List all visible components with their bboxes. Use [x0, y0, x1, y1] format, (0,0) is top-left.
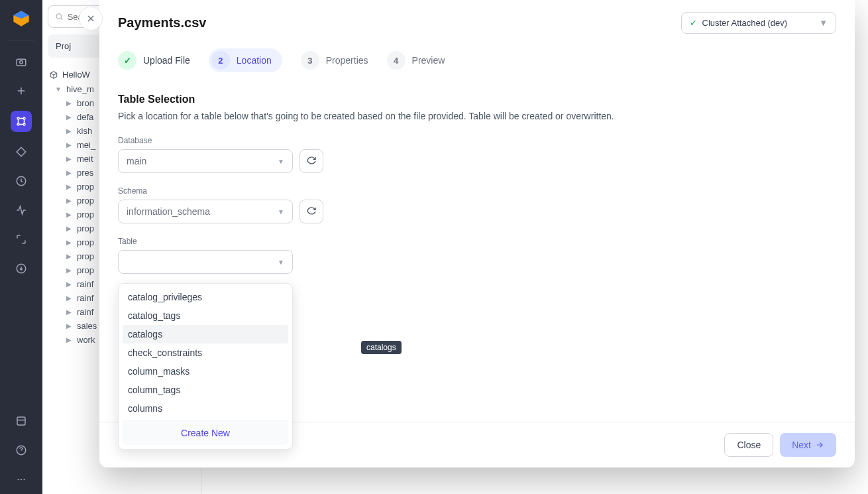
chevron-right-icon: ▶ — [65, 183, 73, 190]
table-select[interactable]: ▼ — [118, 250, 293, 274]
table-label: Table — [118, 237, 836, 246]
download-icon[interactable] — [12, 259, 30, 278]
upload-modal: Payments.csv ✓ Cluster Attached (dev) ▼ … — [99, 0, 855, 467]
chevron-right-icon: ▶ — [65, 280, 73, 288]
chevron-down-icon: ▼ — [819, 18, 828, 28]
close-button[interactable]: Close — [724, 433, 773, 457]
chevron-down-icon: ▼ — [278, 208, 284, 216]
svg-point-14 — [23, 479, 25, 480]
chevron-right-icon: ▶ — [65, 294, 73, 302]
database-label: Database — [118, 136, 836, 145]
chevron-right-icon: ▶ — [65, 322, 73, 330]
svg-point-12 — [17, 479, 19, 480]
chevron-right-icon: ▶ — [65, 225, 73, 232]
svg-rect-10 — [17, 417, 25, 425]
svg-point-7 — [23, 123, 25, 125]
chevron-right-icon: ▶ — [65, 308, 73, 316]
schema-label: Schema — [118, 186, 836, 196]
diamond-icon[interactable] — [12, 143, 30, 161]
plus-icon[interactable] — [12, 82, 30, 100]
svg-point-15 — [56, 14, 61, 19]
cluster-selector[interactable]: ✓ Cluster Attached (dev) ▼ — [681, 12, 837, 34]
search-icon — [55, 12, 64, 21]
archive-icon[interactable] — [12, 412, 30, 430]
tooltip: catalogs — [361, 341, 402, 354]
database-select[interactable]: main ▼ — [118, 149, 293, 173]
svg-point-5 — [23, 117, 25, 119]
clock-icon[interactable] — [12, 172, 30, 190]
chevron-right-icon: ▶ — [65, 197, 73, 204]
schema-select[interactable]: information_schema ▼ — [118, 200, 293, 223]
help-icon[interactable] — [12, 441, 30, 460]
refresh-database-button[interactable] — [299, 149, 323, 173]
cube-icon — [49, 70, 58, 80]
svg-rect-2 — [17, 59, 26, 66]
arrow-right-icon — [815, 440, 824, 450]
project-name: HelloW — [62, 70, 90, 80]
dropdown-option[interactable]: check_constraints — [123, 343, 288, 362]
create-new-option[interactable]: Create New — [123, 420, 288, 445]
chevron-right-icon: ▶ — [65, 211, 73, 218]
chevron-right-icon: ▶ — [65, 336, 73, 343]
chevron-right-icon: ▶ — [65, 239, 73, 246]
wizard-steps: ✓ Upload File 2 Location 3 Properties 4 … — [99, 34, 855, 76]
refresh-icon — [306, 206, 317, 217]
table-dropdown: catalog_privilegescatalog_tagscatalogsch… — [118, 283, 293, 450]
cluster-label: Cluster Attached (dev) — [702, 18, 788, 28]
svg-point-4 — [17, 117, 19, 119]
section-title: Table Selection — [118, 93, 836, 105]
svg-point-13 — [21, 479, 22, 480]
close-icon[interactable] — [79, 7, 103, 31]
more-icon[interactable] — [12, 470, 30, 489]
app-logo-icon — [12, 9, 30, 28]
dropdown-option[interactable]: catalog_privileges — [123, 288, 288, 306]
chevron-right-icon: ▶ — [65, 169, 73, 176]
section-description: Pick a location for a table below that's… — [118, 111, 836, 121]
chevron-right-icon: ▶ — [65, 127, 73, 135]
svg-point-3 — [20, 61, 23, 64]
refresh-icon — [306, 156, 317, 166]
chevron-right-icon: ▶ — [65, 267, 73, 274]
chevron-right-icon: ▶ — [65, 253, 73, 260]
next-button[interactable]: Next — [780, 433, 836, 457]
modal-title: Payments.csv — [118, 15, 206, 31]
dropdown-option[interactable]: catalog_tags — [123, 306, 288, 325]
step-upload[interactable]: ✓ Upload File — [118, 48, 190, 72]
database-name: hive_m — [66, 84, 94, 94]
step-location[interactable]: 2 Location — [209, 48, 282, 72]
dropdown-option[interactable]: column_masks — [123, 362, 288, 381]
activity-icon[interactable] — [12, 201, 30, 219]
chevron-down-icon: ▼ — [278, 259, 284, 266]
step-properties[interactable]: 3 Properties — [301, 48, 368, 72]
dropdown-option[interactable]: catalogs — [123, 325, 288, 343]
chevron-down-icon: ▼ — [278, 158, 284, 165]
refresh-schema-button[interactable] — [299, 200, 323, 223]
dropdown-option[interactable]: columns — [123, 399, 288, 418]
chevron-right-icon: ▶ — [65, 113, 73, 121]
dropdown-option[interactable]: column_tags — [123, 381, 288, 399]
chevron-right-icon: ▶ — [65, 99, 73, 107]
pipeline-icon[interactable] — [11, 111, 32, 132]
step-preview[interactable]: 4 Preview — [387, 48, 445, 72]
expand-icon[interactable] — [12, 230, 30, 249]
check-icon: ✓ — [118, 51, 136, 70]
check-icon: ✓ — [690, 18, 697, 28]
camera-icon[interactable] — [12, 52, 30, 71]
left-nav-rail — [0, 0, 42, 494]
chevron-right-icon: ▶ — [65, 141, 73, 149]
chevron-down-icon: ▼ — [54, 86, 62, 93]
svg-point-6 — [17, 123, 19, 125]
chevron-right-icon: ▶ — [65, 155, 73, 162]
